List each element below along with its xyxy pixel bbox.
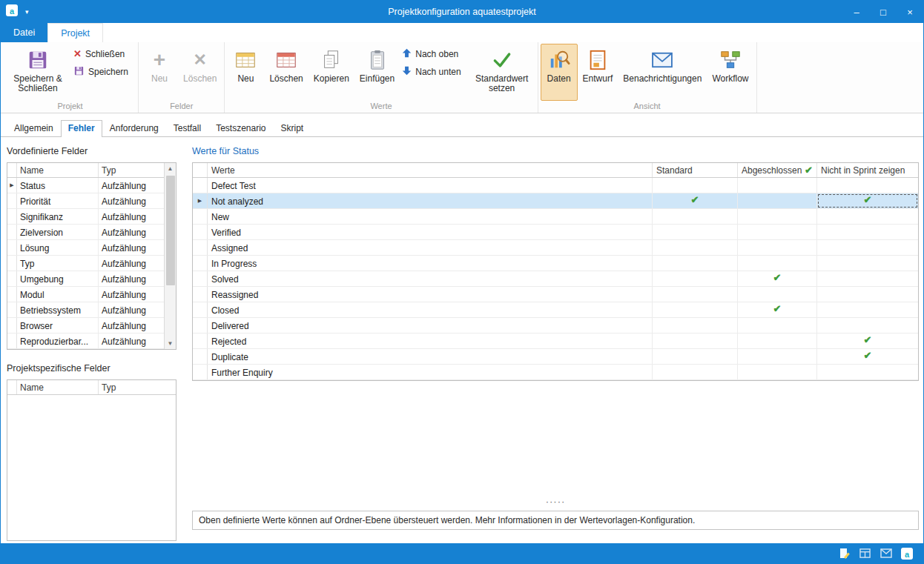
standard-cell[interactable] (653, 256, 738, 271)
field-row[interactable]: BrowserAufzählung (7, 318, 176, 334)
nicht-in-sprint-cell[interactable] (817, 365, 918, 379)
column-header-name[interactable]: Name (17, 163, 99, 177)
tab-skript[interactable]: Skript (274, 120, 311, 136)
close-button[interactable]: × (897, 1, 923, 23)
field-row[interactable]: Reproduzierbar...Aufzählung (7, 334, 176, 349)
tab-allgemein[interactable]: Allgemein (7, 120, 61, 136)
grid-view-icon[interactable] (859, 547, 871, 560)
field-row[interactable]: BetriebssystemAufzählung (7, 302, 176, 318)
scrollbar-thumb[interactable] (166, 176, 175, 285)
view-design-button[interactable]: Entwurf (578, 44, 618, 101)
field-row[interactable]: SignifikanzAufzählung (7, 209, 176, 225)
field-row[interactable]: TypAufzählung (7, 256, 176, 271)
field-row[interactable]: UmgebungAufzählung (7, 271, 176, 287)
minimize-button[interactable]: – (843, 1, 870, 23)
abgeschlossen-cell[interactable] (738, 240, 817, 255)
nicht-in-sprint-cell[interactable] (817, 302, 918, 317)
value-row[interactable]: Closed✔ (193, 302, 918, 318)
abgeschlossen-cell[interactable]: ✔ (738, 271, 817, 286)
abgeschlossen-cell[interactable] (738, 287, 817, 302)
standard-cell[interactable] (653, 365, 738, 379)
value-delete-button[interactable]: Löschen (264, 44, 308, 101)
view-notifications-button[interactable]: Benachrichtigungen (618, 44, 707, 101)
ribbon-tab-datei[interactable]: Datei (1, 23, 47, 42)
value-row[interactable]: New (193, 209, 918, 225)
standard-cell[interactable] (653, 318, 738, 333)
standard-cell[interactable] (653, 334, 738, 348)
value-row[interactable]: Duplicate✔ (193, 349, 918, 365)
value-row[interactable]: Rejected✔ (193, 334, 918, 349)
copy-button[interactable]: Kopieren (308, 44, 354, 101)
nicht-in-sprint-cell[interactable]: ✔ (817, 334, 918, 348)
value-row[interactable]: Solved✔ (193, 271, 918, 287)
abgeschlossen-cell[interactable] (738, 193, 817, 208)
abgeschlossen-cell[interactable] (738, 365, 817, 379)
ribbon-tab-projekt[interactable]: Projekt (47, 23, 103, 42)
value-row[interactable]: In Progress (193, 256, 918, 271)
nicht-in-sprint-cell[interactable] (817, 240, 918, 255)
column-header-abgeschlossen[interactable]: Abgeschlossen ✔ (738, 163, 817, 177)
field-row[interactable]: LösungAufzählung (7, 240, 176, 256)
column-header-typ[interactable]: Typ (99, 380, 176, 394)
column-header-standard[interactable]: Standard (653, 163, 738, 177)
standard-cell[interactable] (653, 287, 738, 302)
standard-cell[interactable] (653, 225, 738, 239)
nicht-in-sprint-cell[interactable]: ✔ (817, 349, 918, 364)
abgeschlossen-cell[interactable] (738, 256, 817, 271)
nicht-in-sprint-cell[interactable] (817, 209, 918, 224)
save-and-close-button[interactable]: Speichern & Schließen (4, 44, 71, 101)
value-row[interactable]: Delivered (193, 318, 918, 334)
save-button[interactable]: Speichern (71, 64, 136, 80)
abgeschlossen-cell[interactable] (738, 334, 817, 348)
move-up-button[interactable]: Nach oben (400, 47, 468, 62)
nicht-in-sprint-cell[interactable] (817, 256, 918, 271)
scrollbar[interactable]: ▲ ▼ (164, 163, 176, 349)
standard-cell[interactable] (653, 302, 738, 317)
maximize-button[interactable]: □ (870, 1, 897, 23)
value-row[interactable]: Reassigned (193, 287, 918, 302)
value-new-button[interactable]: Neu (227, 44, 264, 101)
value-row[interactable]: ▶Not analyzed✔✔ (193, 193, 918, 209)
standard-cell[interactable] (653, 349, 738, 364)
value-row[interactable]: Verified (193, 225, 918, 240)
field-new-button[interactable]: + Neu (141, 44, 178, 101)
abgeschlossen-cell[interactable] (738, 225, 817, 239)
value-row[interactable]: Further Enquiry (193, 365, 918, 380)
tab-fehler[interactable]: Fehler (61, 120, 102, 137)
column-header-nicht-in-sprint[interactable]: Nicht in Sprint zeigen (817, 163, 918, 177)
nicht-in-sprint-cell[interactable] (817, 178, 918, 193)
standard-cell[interactable] (653, 178, 738, 193)
tab-anforderung[interactable]: Anforderung (102, 120, 166, 136)
abgeschlossen-cell[interactable] (738, 178, 817, 193)
close-project-button[interactable]: ✕ Schließen (71, 47, 136, 61)
abgeschlossen-cell[interactable] (738, 349, 817, 364)
value-row[interactable]: Assigned (193, 240, 918, 256)
move-down-button[interactable]: Nach unten (400, 64, 468, 79)
standard-cell[interactable] (653, 271, 738, 286)
nicht-in-sprint-cell[interactable] (817, 287, 918, 302)
title-bar[interactable]: a ▾ Projektkonfiguration aquatestprojekt… (1, 1, 923, 23)
tab-testszenario[interactable]: Testszenario (208, 120, 273, 136)
standard-cell[interactable]: ✔ (653, 193, 738, 208)
paste-button[interactable]: Einfügen (354, 44, 400, 101)
scroll-down-icon[interactable]: ▼ (168, 338, 174, 349)
scroll-up-icon[interactable]: ▲ (168, 163, 174, 174)
abgeschlossen-cell[interactable] (738, 318, 817, 333)
edit-document-icon[interactable] (838, 547, 851, 560)
standard-cell[interactable] (653, 209, 738, 224)
mail-status-icon[interactable] (880, 547, 892, 560)
field-row[interactable]: ▶StatusAufzählung (7, 178, 176, 193)
standard-cell[interactable] (653, 240, 738, 255)
value-row[interactable]: Defect Test (193, 178, 918, 193)
nicht-in-sprint-cell[interactable] (817, 225, 918, 239)
column-header-name[interactable]: Name (17, 380, 99, 394)
quick-access-caret-icon[interactable]: ▾ (23, 7, 31, 17)
column-header-werte[interactable]: Werte (208, 163, 653, 177)
nicht-in-sprint-cell[interactable]: ✔ (817, 193, 918, 208)
view-workflow-button[interactable]: Workflow (707, 44, 753, 101)
field-delete-button[interactable]: ✕ Löschen (178, 44, 222, 101)
nicht-in-sprint-cell[interactable] (817, 318, 918, 333)
nicht-in-sprint-cell[interactable] (817, 271, 918, 286)
field-row[interactable]: ModulAufzählung (7, 287, 176, 302)
view-data-button[interactable]: Daten (541, 44, 578, 101)
